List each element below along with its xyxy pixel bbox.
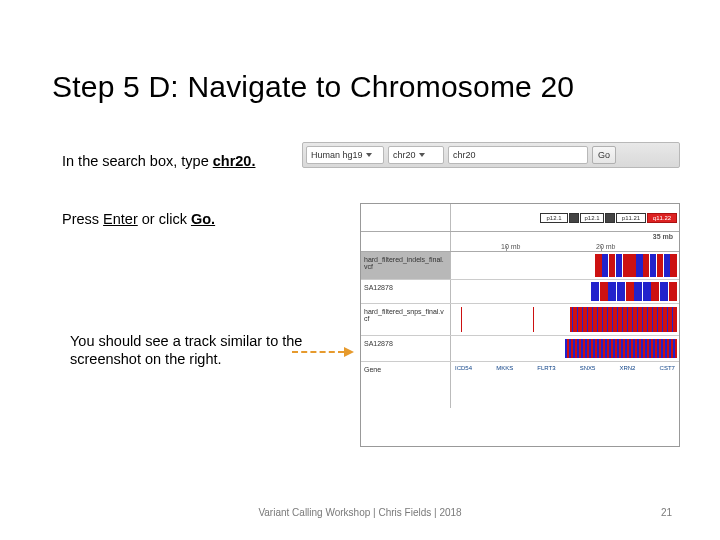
search-value: chr20	[453, 150, 476, 160]
arrow-right-icon	[344, 347, 354, 357]
genome-dropdown[interactable]: Human hg19	[306, 146, 384, 164]
instr1-text: In the search box, type	[62, 153, 213, 169]
footer-text: Variant Calling Workshop | Chris Fields …	[0, 507, 720, 518]
chevron-down-icon	[419, 153, 425, 157]
snps-bars	[453, 307, 677, 332]
scale-length: 35 mb	[653, 233, 673, 240]
search-input[interactable]: chr20	[448, 146, 588, 164]
track-indels-label: hard_filtered_indels_final.vcf	[361, 252, 451, 279]
track-sample2-label: SA12878	[361, 336, 451, 361]
chr-label: chr20	[393, 150, 416, 160]
sample2-bars	[453, 339, 677, 358]
igv-panel: p12.1 p12.1 p11.21 q11.22 35 mb 10 mb 20…	[360, 203, 680, 447]
gene-1: MKKS	[496, 365, 513, 371]
ideogram: p12.1 p12.1 p11.21 q11.22	[451, 204, 679, 231]
gene-0: ICD54	[455, 365, 472, 371]
track-sample1: SA12878	[361, 280, 679, 304]
go-button[interactable]: Go	[592, 146, 616, 164]
instr2-c: or click	[138, 211, 191, 227]
indels-bars	[595, 254, 677, 277]
track-snps: hard_filtered_snps_final.vcf	[361, 304, 679, 336]
band-p12-1a: p12.1	[540, 213, 568, 223]
gene-2: FLRT3	[537, 365, 555, 371]
gene-4: XRN2	[619, 365, 635, 371]
instr1-code: chr20.	[213, 153, 256, 169]
page-number: 21	[661, 507, 672, 518]
sample1-bars	[591, 282, 677, 301]
track-sample1-label: SA12878	[361, 280, 451, 303]
instruction-3: You should see a track similar to the sc…	[70, 332, 320, 368]
arrow-dashed-line	[292, 351, 344, 353]
scale-row: 35 mb 10 mb 20 mb	[361, 232, 679, 252]
go-label: Go	[598, 150, 610, 160]
chevron-down-icon	[366, 153, 372, 157]
track-indels: hard_filtered_indels_final.vcf	[361, 252, 679, 280]
instr2-go: Go.	[191, 211, 215, 227]
band-q11-22: q11.22	[647, 213, 677, 223]
track-snps-label: hard_filtered_snps_final.vcf	[361, 304, 451, 335]
page-title: Step 5 D: Navigate to Chromosome 20	[52, 70, 574, 104]
ideogram-row: p12.1 p12.1 p11.21 q11.22	[361, 204, 679, 232]
band-p11-21: p11.21	[616, 213, 646, 223]
gene-5: CST7	[660, 365, 675, 371]
igv-toolbar: Human hg19 chr20 chr20 Go	[302, 142, 680, 168]
instr2-enter: Enter	[103, 211, 138, 227]
gene-3: SNX5	[580, 365, 596, 371]
genome-label: Human hg19	[311, 150, 363, 160]
track-gene-label: Gene	[361, 362, 451, 408]
tick-20mb: 20 mb	[596, 243, 615, 250]
band-dark2	[605, 213, 615, 223]
track-sample2: SA12878	[361, 336, 679, 362]
tick-10mb: 10 mb	[501, 243, 520, 250]
band-dark1	[569, 213, 579, 223]
instr2-a: Press	[62, 211, 103, 227]
chromosome-dropdown[interactable]: chr20	[388, 146, 444, 164]
track-gene: Gene ICD54 MKKS FLRT3 SNX5 XRN2 CST7	[361, 362, 679, 408]
band-p12-1b: p12.1	[580, 213, 604, 223]
gene-labels: ICD54 MKKS FLRT3 SNX5 XRN2 CST7	[455, 365, 675, 371]
instruction-2: Press Enter or click Go.	[62, 210, 215, 228]
instruction-1: In the search box, type chr20.	[62, 152, 255, 170]
